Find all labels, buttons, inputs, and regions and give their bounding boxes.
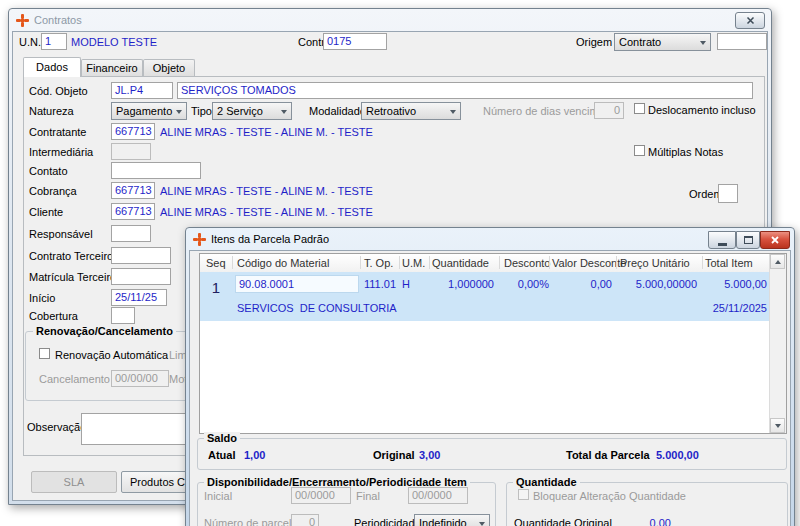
tipo-value: 2 Serviço <box>217 105 263 117</box>
inicio-label: Início <box>29 292 55 304</box>
col-preco-unitario[interactable]: Preço Unitário <box>620 257 690 269</box>
tipo-dropdown[interactable]: 2 Serviço <box>212 102 292 120</box>
deslocamento-label: Deslocamento incluso <box>648 104 756 116</box>
chevron-down-icon <box>700 41 706 45</box>
cobertura-input[interactable] <box>111 307 135 324</box>
contrato-terceiro-input[interactable] <box>111 247 171 264</box>
app-icon <box>16 14 29 27</box>
observacao-label: Observação <box>27 421 86 433</box>
multiplas-notas-label: Múltiplas Notas <box>648 146 723 158</box>
arrow-up-icon <box>775 260 781 264</box>
multiplas-notas-checkbox[interactable] <box>634 145 645 156</box>
col-codigo-material[interactable]: Código do Material <box>237 257 329 269</box>
contrato-terceiro-label: Contrato Terceiro <box>29 250 113 262</box>
contratos-window-title: Contratos <box>34 14 82 26</box>
contrato-input[interactable]: 0175 <box>323 33 387 50</box>
sla-button[interactable]: SLA <box>31 471 117 493</box>
origem-label: Origem <box>576 36 612 48</box>
contratos-close-button[interactable] <box>735 12 765 29</box>
bloquear-alteracao-label: Bloquear Alteração Quantidade <box>533 490 686 502</box>
cod-objeto-label: Cód. Objeto <box>29 85 88 97</box>
periodicidade-value: Indefinido <box>419 517 467 526</box>
column-separator <box>232 256 233 269</box>
row-t-op: 111.01 <box>364 278 396 290</box>
cliente-input[interactable]: 667713 <box>111 203 155 220</box>
origem-value: Contrato <box>619 36 661 48</box>
un-label: U.N. <box>19 36 41 48</box>
tab-objeto[interactable]: Objeto <box>143 59 195 77</box>
responsavel-input[interactable] <box>111 225 151 242</box>
matricula-terceiro-label: Matrícula Terceiro <box>29 271 116 283</box>
origem-dropdown[interactable]: Contrato <box>614 33 711 51</box>
numero-parcelas-input: 0 <box>291 514 319 526</box>
chevron-down-icon <box>450 110 456 114</box>
renovacao-automatica-checkbox[interactable] <box>39 348 50 359</box>
minimize-icon <box>718 243 727 246</box>
cancelamento-label: Cancelamento <box>39 373 110 385</box>
saldo-atual-label: Atual <box>208 449 236 461</box>
periodicidade-label: Periodicidade <box>354 517 421 526</box>
origem-extra-input[interactable] <box>717 33 767 50</box>
col-quantidade[interactable]: Quantidade <box>432 257 489 269</box>
modalidade-dropdown[interactable]: Retroativo <box>361 102 461 120</box>
cancelamento-input: 00/00/00 <box>111 370 169 387</box>
scroll-up-button[interactable] <box>770 254 785 269</box>
maximize-button[interactable] <box>736 231 760 249</box>
chevron-down-icon <box>479 522 485 526</box>
close-button[interactable] <box>760 231 790 249</box>
contratos-titlebar[interactable]: Contratos <box>12 9 768 31</box>
scroll-down-button[interactable] <box>770 418 785 433</box>
tab-financeiro[interactable]: Financeiro <box>81 59 143 77</box>
column-separator <box>360 256 361 269</box>
column-separator <box>702 256 703 269</box>
contato-label: Contato <box>29 165 68 177</box>
contato-input[interactable] <box>111 162 201 179</box>
itens-titlebar[interactable]: Itens da Parcela Padrão <box>189 228 791 250</box>
total-parcela-value: 5.000,00 <box>656 449 699 461</box>
tab-dados[interactable]: Dados <box>23 57 81 77</box>
cobranca-input[interactable]: 667713 <box>111 182 155 199</box>
col-u-m[interactable]: U.M. <box>402 257 425 269</box>
row-preco-unitario: 5.000,00000 <box>620 278 697 290</box>
ordem-input[interactable] <box>718 184 738 203</box>
col-t-op[interactable]: T. Op. <box>364 257 393 269</box>
row-desconto: 0,00% <box>500 278 549 290</box>
quantidade-group-title: Quantidade <box>513 476 580 488</box>
maximize-icon <box>744 236 753 244</box>
natureza-dropdown[interactable]: Pagamento <box>111 102 187 120</box>
un-name-text: MODELO TESTE <box>71 36 157 48</box>
deslocamento-checkbox[interactable] <box>634 103 645 114</box>
modalidade-value: Retroativo <box>366 105 416 117</box>
column-separator <box>549 256 550 269</box>
periodicidade-dropdown[interactable]: Indefinido <box>414 514 490 526</box>
contratante-label: Contratante <box>29 126 86 138</box>
natureza-label: Natureza <box>29 105 74 117</box>
bloquear-alteracao-checkbox <box>518 489 529 500</box>
inicio-input[interactable]: 25/11/25 <box>111 289 167 306</box>
final-input: 00/0000 <box>408 487 468 504</box>
responsavel-label: Responsável <box>29 228 93 240</box>
row-codigo-cell[interactable]: 90.08.0001 <box>235 275 359 293</box>
itens-window-title: Itens da Parcela Padrão <box>211 233 329 245</box>
matricula-terceiro-input[interactable] <box>111 268 171 285</box>
minimize-button[interactable] <box>708 231 736 249</box>
row-quantidade: 1,000000 <box>410 278 494 290</box>
cod-objeto-input[interactable]: JL.P4 <box>111 82 173 99</box>
row-descricao: SERVICOS DE CONSULTORIA <box>237 302 397 314</box>
column-separator <box>429 256 430 269</box>
table-row[interactable]: 1 90.08.0001 111.01 H 1,000000 0,00% 0,0… <box>200 272 770 321</box>
contratante-input[interactable]: 667713 <box>111 123 155 140</box>
col-total-item[interactable]: Total Item <box>705 257 753 269</box>
saldo-original-value: 3,00 <box>419 449 440 461</box>
cliente-name-text: ALINE MRAS - TESTE - ALINE M. - TESTE <box>160 206 373 218</box>
cod-objeto-desc-input[interactable]: SERVIÇOS TOMADOS <box>177 82 753 99</box>
vertical-scrollbar[interactable] <box>769 254 786 433</box>
column-separator <box>399 256 400 269</box>
row-seq: 1 <box>200 279 232 296</box>
un-input[interactable]: 1 <box>41 33 67 50</box>
itens-table: Seq Código do Material T. Op. U.M. Quant… <box>199 253 787 434</box>
app-icon <box>193 233 206 246</box>
col-desconto[interactable]: Desconto <box>504 257 550 269</box>
col-seq[interactable]: Seq <box>206 257 226 269</box>
desktop: { "colors": { "value_blue": "#1f1fc8", "… <box>0 0 800 526</box>
